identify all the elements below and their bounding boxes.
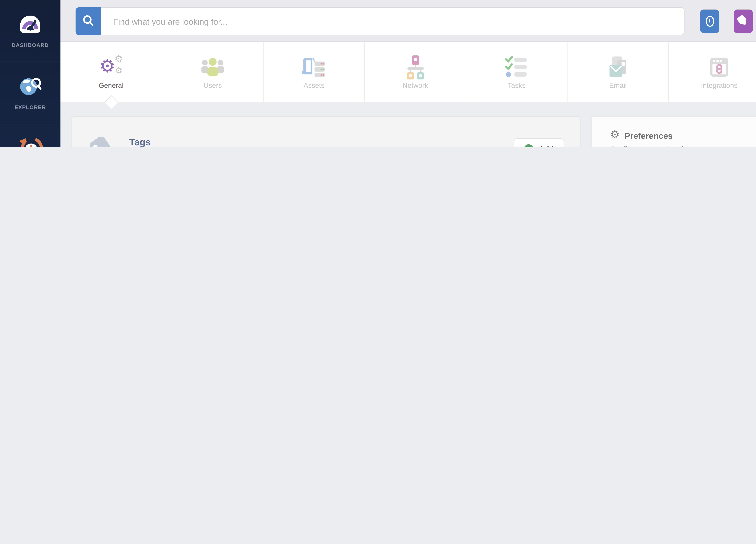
devices-icon [301,55,327,79]
tags-card-header: Tags Customize tags to classify your CIs… [72,117,580,147]
sidebar: DASHBOARD EXPLORER [0,0,60,147]
alerts-button[interactable]: ! [700,10,719,33]
tab-general[interactable]: ⚙⚙⚙ General [60,42,162,102]
search-input[interactable] [101,7,684,35]
tab-integrations[interactable]: Integrations [668,42,756,102]
gear-icon: ⚙ [610,129,620,140]
gauge-icon [17,13,43,38]
tab-email[interactable]: Email [567,42,668,102]
clock-history-icon [17,137,43,147]
search-button[interactable] [76,7,101,35]
checklist-icon [505,55,528,79]
sidebar-item-dashboard[interactable]: DASHBOARD [0,0,60,62]
tab-network[interactable]: Network [364,42,466,102]
tag-icon [735,13,751,29]
sidebar-item-label: DASHBOARD [12,42,49,48]
network-tree-icon [403,55,428,79]
exclamation-icon: ! [705,16,714,27]
people-icon [200,55,225,79]
card-title: Tags [129,137,151,147]
sidebar-item-explorer[interactable]: EXPLORER [0,62,60,124]
content-area: Tags Customize tags to classify your CIs… [60,102,756,147]
tab-assets[interactable]: Assets [263,42,364,102]
tab-tasks[interactable]: Tasks [466,42,567,102]
sidebar-item-label: EXPLORER [15,104,46,110]
search-icon [82,14,94,28]
add-tag-button[interactable]: + Add [514,138,564,147]
general-settings-panel: ⚙ Preferences Configure general settings… [591,116,756,147]
tags-button[interactable] [734,10,753,33]
link-window-icon [707,55,732,79]
envelope-icon [606,55,630,79]
app-window: DASHBOARD EXPLORER [0,0,756,147]
tags-card: Tags Customize tags to classify your CIs… [72,116,580,147]
tab-users[interactable]: Users [162,42,263,102]
global-search [76,7,684,35]
sidebar-item-activities[interactable]: ACTIVITIES [0,124,60,147]
tag-icon [85,133,121,147]
topbar: ! + ▼ 1 [60,0,756,42]
plus-icon: + [524,144,534,147]
panel-item-preferences[interactable]: ⚙ Preferences Configure general settings [592,117,756,147]
globe-search-icon [17,76,43,100]
settings-tabbar: ⚙⚙⚙ General Users [60,42,756,103]
gears-icon: ⚙⚙⚙ [98,55,124,79]
